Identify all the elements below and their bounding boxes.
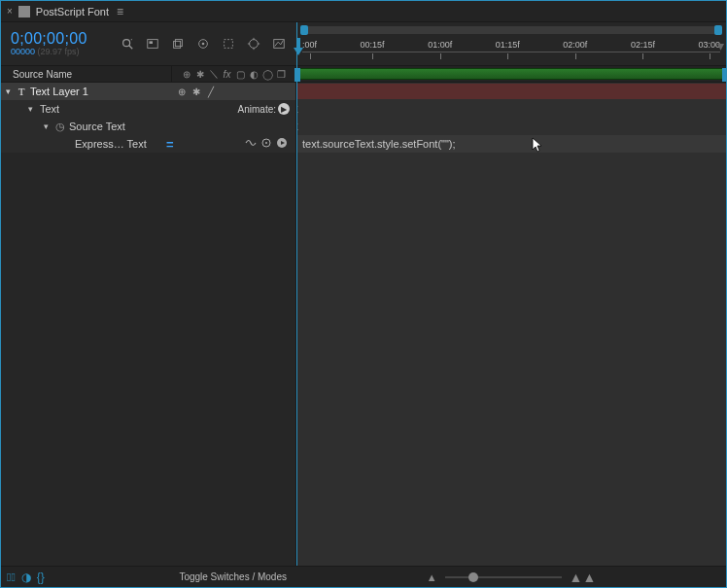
property-row-expression[interactable]: Express… Text =	[1, 135, 295, 153]
layer-bar-row[interactable]	[296, 83, 726, 100]
expression-editor-field[interactable]: text.sourceText.style.setFont("");	[296, 135, 726, 153]
cursor-pointer-icon	[532, 137, 545, 155]
svg-point-7	[202, 43, 205, 46]
ruler-tick: 00:15f	[361, 40, 385, 57]
composition-icon	[18, 6, 30, 17]
svg-line-1	[129, 46, 133, 50]
property-row-text[interactable]: ▾ Text Animate: ▶	[1, 100, 295, 118]
switch-column-header: ⊕ ✱ ＼ fx ▢ ◐ ◯ ❒	[172, 67, 295, 81]
timeline-track-area[interactable]: 𝙸 𝙸 text.sourceText.style.setFont("");	[296, 83, 726, 566]
ruler-tick: 02:00f	[563, 40, 587, 57]
switch-shy-icon[interactable]: ⊕	[180, 69, 192, 80]
zoom-out-icon[interactable]: ▲	[427, 571, 437, 583]
layer-duration-bar[interactable]	[296, 84, 726, 99]
footer-frame-blend-icon[interactable]: ◑	[21, 571, 31, 584]
svg-rect-19	[296, 38, 300, 48]
motion-blur-icon[interactable]	[246, 36, 261, 52]
switch-effects-icon[interactable]: ✱	[193, 69, 206, 80]
frame-blend-icon[interactable]	[221, 36, 236, 52]
svg-rect-4	[174, 41, 181, 48]
current-frame: 00000	[11, 47, 35, 56]
draft-3d-icon[interactable]	[170, 36, 186, 52]
zoom-slider[interactable]	[445, 576, 562, 578]
source-name-header[interactable]: Source Name	[1, 66, 172, 82]
cti-playhead-icon[interactable]	[293, 38, 304, 61]
layer-switch-shy[interactable]: ⊕	[175, 86, 188, 98]
switch-adjustment-icon[interactable]: ◯	[261, 69, 274, 80]
twirl-down-icon[interactable]: ▾	[44, 121, 55, 131]
expression-property-label: Express… Text	[75, 138, 166, 150]
composition-title[interactable]: PostScript Font	[36, 6, 109, 17]
layer-switch-quality[interactable]: ╱	[204, 86, 217, 98]
graph-editor-icon[interactable]	[271, 36, 287, 52]
search-icon[interactable]	[120, 36, 135, 52]
zoom-slider-thumb[interactable]	[468, 572, 478, 582]
switch-3d-icon[interactable]: ❒	[275, 69, 288, 80]
timeline-ruler[interactable]: :00f 00:15f 01:00f 01:15f 02:00f 02:15f …	[296, 22, 726, 65]
comp-end-marker-icon[interactable]: ▾	[717, 38, 724, 53]
switch-motion-blur-icon[interactable]: ◐	[248, 69, 260, 80]
ruler-tick: 02:15f	[631, 40, 655, 57]
expression-track: text.sourceText.style.setFont("");	[296, 135, 726, 153]
shy-icon[interactable]	[195, 36, 211, 52]
expression-pickwhip-icon[interactable]	[260, 137, 272, 151]
svg-rect-5	[175, 40, 182, 47]
svg-rect-8	[225, 40, 233, 49]
twirl-down-icon[interactable]: ▾	[1, 86, 15, 96]
layer-name[interactable]: Text Layer 1	[28, 86, 171, 97]
current-timecode[interactable]: 0;00;00;00	[11, 31, 87, 48]
close-tab-icon[interactable]: ×	[7, 6, 13, 17]
layer-outline: ▾ T Text Layer 1 ⊕ ✱ ╱ ▾ Text Animate: ▶	[1, 83, 296, 566]
footer-expand-icon[interactable]: �⃞	[7, 571, 16, 584]
expression-graph-icon[interactable]	[245, 137, 257, 151]
layer-in-out-bar[interactable]	[296, 68, 726, 80]
property-name: Text	[40, 103, 59, 115]
toggle-switches-button[interactable]: Toggle Switches / Modes	[179, 571, 287, 582]
property-row-source-text[interactable]: ▾ ◷ Source Text	[1, 118, 295, 135]
footer-brackets-icon[interactable]: {}	[37, 571, 45, 584]
property-name: Source Text	[69, 121, 125, 132]
switch-fx-icon[interactable]: fx	[221, 69, 233, 80]
switch-frame-blend-icon[interactable]: ▢	[234, 69, 247, 80]
property-track: 𝙸	[296, 100, 726, 118]
ruler-tick: 01:15f	[496, 40, 520, 57]
svg-rect-3	[150, 41, 154, 44]
ruler-tick: 01:00f	[428, 40, 452, 57]
timecode-row: 0;00;00;00 00000 (29.97 fps)	[1, 22, 726, 65]
twirl-down-icon[interactable]: ▾	[28, 104, 40, 114]
fps-label: (29.97 fps)	[38, 47, 80, 56]
stopwatch-icon[interactable]: ◷	[55, 121, 69, 133]
expression-code: text.sourceText.style.setFont("");	[302, 138, 456, 150]
layer-switch-effects[interactable]: ✱	[190, 86, 202, 98]
text-layer-icon: T	[15, 86, 28, 97]
ruler-tick: :00f	[302, 40, 317, 57]
timecode-left: 0;00;00;00 00000 (29.97 fps)	[1, 22, 296, 65]
composition-flowchart-icon[interactable]	[145, 36, 160, 52]
svg-point-0	[123, 40, 130, 47]
column-header-row: Source Name ⊕ ✱ ＼ fx ▢ ◐ ◯ ❒	[1, 65, 726, 83]
switch-collapse-icon[interactable]: ＼	[207, 67, 220, 81]
timeline-footer: �⃞ ◑ {} Toggle Switches / Modes ▲ ▲▲	[1, 566, 726, 587]
layer-row[interactable]: ▾ T Text Layer 1 ⊕ ✱ ╱	[1, 83, 295, 100]
animate-menu-button[interactable]: Animate: ▶	[238, 103, 290, 115]
current-time-indicator[interactable]	[296, 83, 297, 566]
svg-point-16	[265, 142, 267, 144]
panel-menu-icon[interactable]: ≡	[117, 5, 123, 18]
expression-enable-icon[interactable]: =	[166, 137, 174, 152]
timeline-tool-icons	[120, 36, 287, 52]
expression-language-menu-icon[interactable]	[276, 137, 288, 151]
panel-tab-bar: × PostScript Font ≡	[1, 1, 726, 22]
zoom-in-icon[interactable]: ▲▲	[570, 570, 597, 585]
svg-point-9	[250, 40, 259, 49]
svg-marker-20	[294, 48, 303, 55]
property-track: 𝙸	[296, 118, 726, 135]
play-icon: ▶	[278, 103, 290, 115]
work-area-bar[interactable]	[302, 26, 720, 34]
